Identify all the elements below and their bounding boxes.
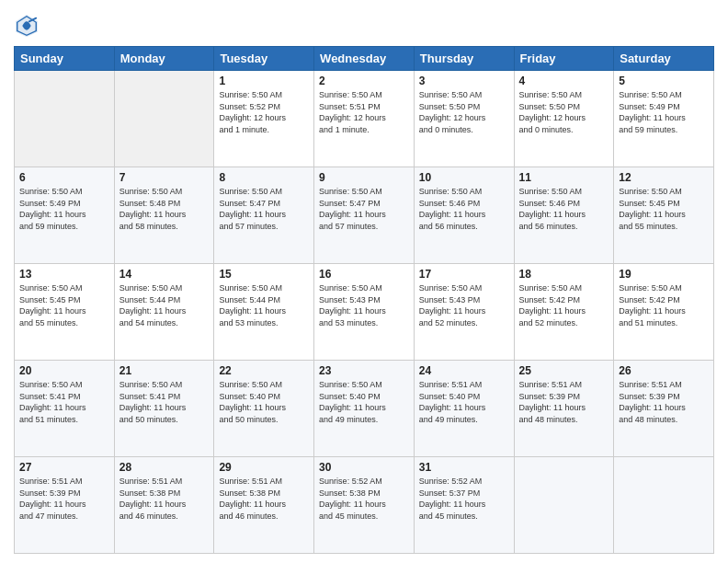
day-number: 15 bbox=[219, 268, 309, 281]
weekday-monday: Monday bbox=[114, 47, 214, 71]
day-info: Sunrise: 5:50 AM Sunset: 5:46 PM Dayligh… bbox=[519, 186, 609, 232]
logo-icon bbox=[14, 13, 40, 39]
calendar-cell: 9Sunrise: 5:50 AM Sunset: 5:47 PM Daylig… bbox=[314, 167, 415, 264]
calendar-week-2: 6Sunrise: 5:50 AM Sunset: 5:49 PM Daylig… bbox=[15, 167, 714, 264]
calendar-cell: 7Sunrise: 5:50 AM Sunset: 5:48 PM Daylig… bbox=[114, 167, 214, 264]
day-info: Sunrise: 5:50 AM Sunset: 5:42 PM Dayligh… bbox=[519, 282, 609, 328]
calendar-cell: 1Sunrise: 5:50 AM Sunset: 5:52 PM Daylig… bbox=[214, 71, 314, 167]
page: SundayMondayTuesdayWednesdayThursdayFrid… bbox=[0, 0, 728, 563]
calendar-cell: 13Sunrise: 5:50 AM Sunset: 5:45 PM Dayli… bbox=[15, 264, 115, 361]
calendar-cell bbox=[514, 457, 614, 554]
day-number: 11 bbox=[519, 171, 609, 184]
day-number: 27 bbox=[19, 461, 109, 474]
day-info: Sunrise: 5:50 AM Sunset: 5:49 PM Dayligh… bbox=[19, 186, 109, 232]
calendar-cell: 18Sunrise: 5:50 AM Sunset: 5:42 PM Dayli… bbox=[514, 264, 614, 361]
calendar-cell: 23Sunrise: 5:50 AM Sunset: 5:40 PM Dayli… bbox=[314, 361, 415, 457]
calendar-cell: 2Sunrise: 5:50 AM Sunset: 5:51 PM Daylig… bbox=[314, 71, 415, 167]
day-number: 25 bbox=[519, 364, 609, 377]
day-number: 8 bbox=[219, 171, 309, 184]
day-info: Sunrise: 5:51 AM Sunset: 5:38 PM Dayligh… bbox=[119, 476, 210, 522]
calendar-cell: 4Sunrise: 5:50 AM Sunset: 5:50 PM Daylig… bbox=[514, 71, 614, 167]
calendar-cell: 10Sunrise: 5:50 AM Sunset: 5:46 PM Dayli… bbox=[414, 167, 514, 264]
day-info: Sunrise: 5:50 AM Sunset: 5:41 PM Dayligh… bbox=[19, 379, 109, 425]
calendar-cell: 3Sunrise: 5:50 AM Sunset: 5:50 PM Daylig… bbox=[414, 71, 514, 167]
day-number: 7 bbox=[119, 171, 210, 184]
day-info: Sunrise: 5:50 AM Sunset: 5:51 PM Dayligh… bbox=[319, 89, 409, 135]
day-number: 10 bbox=[419, 171, 509, 184]
calendar-cell: 8Sunrise: 5:50 AM Sunset: 5:47 PM Daylig… bbox=[214, 167, 314, 264]
day-info: Sunrise: 5:50 AM Sunset: 5:50 PM Dayligh… bbox=[519, 89, 609, 135]
calendar-week-4: 20Sunrise: 5:50 AM Sunset: 5:41 PM Dayli… bbox=[15, 361, 714, 457]
day-number: 3 bbox=[419, 75, 509, 87]
day-number: 23 bbox=[319, 364, 409, 377]
day-info: Sunrise: 5:50 AM Sunset: 5:47 PM Dayligh… bbox=[319, 186, 409, 232]
day-info: Sunrise: 5:51 AM Sunset: 5:39 PM Dayligh… bbox=[619, 379, 709, 425]
weekday-wednesday: Wednesday bbox=[314, 47, 415, 71]
day-info: Sunrise: 5:50 AM Sunset: 5:40 PM Dayligh… bbox=[219, 379, 309, 425]
day-info: Sunrise: 5:50 AM Sunset: 5:43 PM Dayligh… bbox=[319, 282, 409, 328]
day-info: Sunrise: 5:50 AM Sunset: 5:52 PM Dayligh… bbox=[219, 89, 309, 135]
day-number: 22 bbox=[219, 364, 309, 377]
day-number: 19 bbox=[619, 268, 709, 281]
day-info: Sunrise: 5:51 AM Sunset: 5:40 PM Dayligh… bbox=[419, 379, 509, 425]
calendar-cell bbox=[614, 457, 714, 554]
weekday-thursday: Thursday bbox=[414, 47, 514, 71]
calendar-cell: 26Sunrise: 5:51 AM Sunset: 5:39 PM Dayli… bbox=[614, 361, 714, 457]
day-info: Sunrise: 5:50 AM Sunset: 5:46 PM Dayligh… bbox=[419, 186, 509, 232]
day-number: 4 bbox=[519, 75, 609, 87]
day-number: 2 bbox=[319, 75, 409, 87]
calendar-week-5: 27Sunrise: 5:51 AM Sunset: 5:39 PM Dayli… bbox=[15, 457, 714, 554]
calendar-cell: 5Sunrise: 5:50 AM Sunset: 5:49 PM Daylig… bbox=[614, 71, 714, 167]
day-number: 6 bbox=[19, 171, 109, 184]
calendar-cell: 19Sunrise: 5:50 AM Sunset: 5:42 PM Dayli… bbox=[614, 264, 714, 361]
calendar-cell: 16Sunrise: 5:50 AM Sunset: 5:43 PM Dayli… bbox=[314, 264, 415, 361]
calendar-cell: 24Sunrise: 5:51 AM Sunset: 5:40 PM Dayli… bbox=[414, 361, 514, 457]
day-info: Sunrise: 5:50 AM Sunset: 5:44 PM Dayligh… bbox=[119, 282, 210, 328]
weekday-friday: Friday bbox=[514, 47, 614, 71]
calendar-week-1: 1Sunrise: 5:50 AM Sunset: 5:52 PM Daylig… bbox=[15, 71, 714, 167]
day-info: Sunrise: 5:50 AM Sunset: 5:48 PM Dayligh… bbox=[119, 186, 210, 232]
calendar-cell: 12Sunrise: 5:50 AM Sunset: 5:45 PM Dayli… bbox=[614, 167, 714, 264]
day-info: Sunrise: 5:52 AM Sunset: 5:38 PM Dayligh… bbox=[319, 476, 409, 522]
weekday-saturday: Saturday bbox=[614, 47, 714, 71]
day-info: Sunrise: 5:52 AM Sunset: 5:37 PM Dayligh… bbox=[419, 476, 509, 522]
day-number: 24 bbox=[419, 364, 509, 377]
day-number: 1 bbox=[219, 75, 309, 87]
calendar-cell: 25Sunrise: 5:51 AM Sunset: 5:39 PM Dayli… bbox=[514, 361, 614, 457]
logo bbox=[14, 13, 41, 39]
day-number: 9 bbox=[319, 171, 409, 184]
day-number: 26 bbox=[619, 364, 709, 377]
calendar-cell: 31Sunrise: 5:52 AM Sunset: 5:37 PM Dayli… bbox=[414, 457, 514, 554]
calendar-cell: 30Sunrise: 5:52 AM Sunset: 5:38 PM Dayli… bbox=[314, 457, 415, 554]
day-info: Sunrise: 5:50 AM Sunset: 5:47 PM Dayligh… bbox=[219, 186, 309, 232]
calendar-cell: 20Sunrise: 5:50 AM Sunset: 5:41 PM Dayli… bbox=[15, 361, 115, 457]
day-number: 12 bbox=[619, 171, 709, 184]
calendar-cell: 22Sunrise: 5:50 AM Sunset: 5:40 PM Dayli… bbox=[214, 361, 314, 457]
day-number: 30 bbox=[319, 461, 409, 474]
calendar-week-3: 13Sunrise: 5:50 AM Sunset: 5:45 PM Dayli… bbox=[15, 264, 714, 361]
day-number: 14 bbox=[119, 268, 210, 281]
header bbox=[14, 9, 714, 39]
day-info: Sunrise: 5:50 AM Sunset: 5:50 PM Dayligh… bbox=[419, 89, 509, 135]
calendar-cell: 21Sunrise: 5:50 AM Sunset: 5:41 PM Dayli… bbox=[114, 361, 214, 457]
calendar-table: SundayMondayTuesdayWednesdayThursdayFrid… bbox=[14, 46, 714, 554]
calendar-cell: 6Sunrise: 5:50 AM Sunset: 5:49 PM Daylig… bbox=[15, 167, 115, 264]
day-info: Sunrise: 5:50 AM Sunset: 5:45 PM Dayligh… bbox=[619, 186, 709, 232]
day-info: Sunrise: 5:50 AM Sunset: 5:49 PM Dayligh… bbox=[619, 89, 709, 135]
day-info: Sunrise: 5:50 AM Sunset: 5:41 PM Dayligh… bbox=[119, 379, 210, 425]
calendar-cell bbox=[114, 71, 214, 167]
calendar-cell: 27Sunrise: 5:51 AM Sunset: 5:39 PM Dayli… bbox=[15, 457, 115, 554]
calendar-cell: 28Sunrise: 5:51 AM Sunset: 5:38 PM Dayli… bbox=[114, 457, 214, 554]
weekday-tuesday: Tuesday bbox=[214, 47, 314, 71]
weekday-header-row: SundayMondayTuesdayWednesdayThursdayFrid… bbox=[15, 47, 714, 71]
calendar-cell bbox=[15, 71, 115, 167]
day-number: 21 bbox=[119, 364, 210, 377]
day-number: 13 bbox=[19, 268, 109, 281]
day-number: 17 bbox=[419, 268, 509, 281]
calendar-cell: 14Sunrise: 5:50 AM Sunset: 5:44 PM Dayli… bbox=[114, 264, 214, 361]
day-info: Sunrise: 5:51 AM Sunset: 5:39 PM Dayligh… bbox=[19, 476, 109, 522]
calendar-cell: 29Sunrise: 5:51 AM Sunset: 5:38 PM Dayli… bbox=[214, 457, 314, 554]
calendar-cell: 17Sunrise: 5:50 AM Sunset: 5:43 PM Dayli… bbox=[414, 264, 514, 361]
day-number: 18 bbox=[519, 268, 609, 281]
day-number: 28 bbox=[119, 461, 210, 474]
